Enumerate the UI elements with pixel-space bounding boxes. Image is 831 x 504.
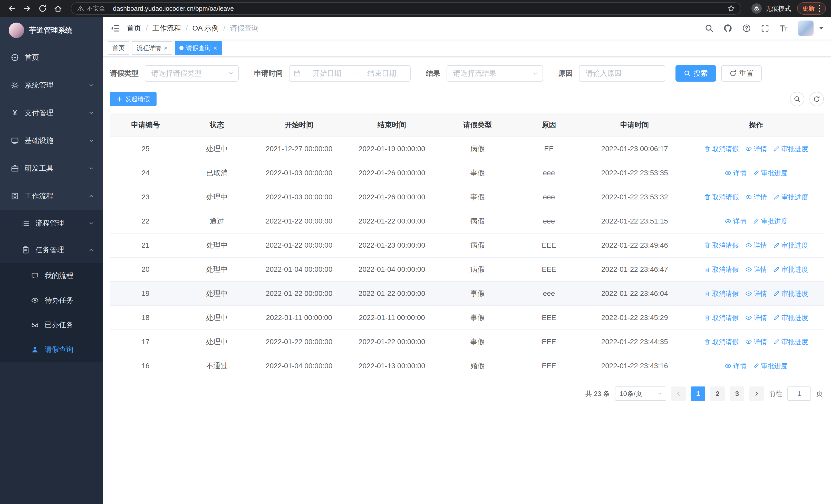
home-button[interactable] [51, 2, 65, 15]
detail-link[interactable]: 详情 [745, 313, 767, 322]
sidebar-item-payment-mgmt[interactable]: ¥ 支付管理 [0, 99, 103, 127]
sidebar-item-infrastructure[interactable]: 基础设施 [0, 127, 103, 154]
approval-progress-link[interactable]: 审批进度 [773, 241, 808, 250]
cell-start-time: 2022-01-11 00:00:00 [253, 306, 345, 330]
cell-apply-time: 2022-01-22 23:46:47 [581, 257, 688, 281]
cell-leave-type: 事假 [438, 330, 517, 354]
goto-page-input[interactable] [787, 386, 811, 401]
cancel-leave-link[interactable]: 取消请假 [704, 241, 739, 250]
sidebar-item-workflow[interactable]: 工作流程 [0, 182, 103, 210]
approval-progress-link[interactable]: 审批进度 [753, 362, 787, 370]
detail-link[interactable]: 详情 [745, 145, 767, 153]
sidebar-item-home[interactable]: 首页 [0, 43, 103, 71]
github-button[interactable] [723, 24, 733, 33]
date-range-picker[interactable]: 开始日期 - 结束日期 [289, 65, 411, 82]
approval-progress-link[interactable]: 审批进度 [753, 217, 787, 226]
cell-status: 处理中 [181, 257, 253, 281]
reload-button[interactable] [36, 2, 49, 15]
cancel-leave-link[interactable]: 取消请假 [704, 145, 739, 153]
breadcrumb-item-home[interactable]: 首页 [127, 23, 141, 33]
back-button[interactable] [5, 2, 19, 15]
cell-operations: 取消请假 详情 审批进度 [688, 233, 824, 257]
approval-progress-link[interactable]: 审批进度 [773, 193, 808, 202]
leave-type-select[interactable]: 请选择请假类型 [145, 65, 239, 82]
sidebar-item-done-tasks[interactable]: 已办任务 [0, 313, 103, 337]
user-avatar[interactable] [798, 21, 813, 36]
reason-input[interactable] [579, 66, 665, 81]
table-row: 17 处理中 2022-01-22 00:00:00 2022-01-22 00… [110, 330, 824, 354]
pen-icon [773, 314, 780, 321]
detail-link[interactable]: 详情 [745, 193, 767, 202]
url-text: dashboard.yudao.iocoder.cn/bpm/oa/leave [113, 5, 724, 12]
approval-progress-link[interactable]: 审批进度 [773, 145, 808, 153]
tab-home[interactable]: 首页 [108, 41, 130, 55]
forward-button[interactable] [21, 2, 34, 15]
sidebar-item-dev-tools[interactable]: 研发工具 [0, 154, 103, 182]
close-tab-icon[interactable]: × [213, 45, 217, 51]
sidebar-fold-button[interactable] [110, 24, 120, 33]
incognito-icon [751, 3, 762, 13]
sidebar-item-system-mgmt[interactable]: 系统管理 [0, 71, 103, 99]
detail-link[interactable]: 详情 [745, 265, 767, 274]
active-tab-dot [179, 46, 183, 50]
bookmark-star-icon[interactable] [727, 5, 735, 12]
approval-progress-link[interactable]: 审批进度 [753, 169, 787, 178]
sidebar-item-my-process[interactable]: 我的流程 [0, 263, 103, 288]
help-button[interactable] [742, 24, 751, 33]
cell-apply-time: 2022-01-22 23:53:35 [581, 161, 688, 185]
fullscreen-button[interactable] [761, 24, 769, 33]
detail-link[interactable]: 详情 [724, 362, 747, 370]
refresh-table-button[interactable] [809, 92, 824, 106]
end-date-placeholder: 结束日期 [358, 68, 406, 78]
prev-page-button[interactable] [671, 386, 686, 401]
search-button[interactable] [705, 24, 713, 33]
address-bar[interactable]: 不安全 dashboard.yudao.iocoder.cn/bpm/oa/le… [71, 2, 741, 14]
approval-progress-link[interactable]: 审批进度 [773, 265, 808, 274]
page-button-1[interactable]: 1 [691, 386, 705, 401]
column-header-status: 状态 [181, 113, 253, 137]
kebab-menu-icon[interactable] [818, 4, 821, 13]
app-window: 芋道管理系统 首页 系统管理 ¥ 支付管理 [0, 17, 831, 504]
table-row: 21 处理中 2022-01-22 00:00:00 2022-01-23 00… [110, 233, 824, 257]
cancel-leave-link[interactable]: 取消请假 [704, 313, 739, 322]
sidebar-item-process-mgmt[interactable]: 流程管理 [0, 210, 103, 237]
page-button-3[interactable]: 3 [730, 386, 744, 401]
result-select[interactable]: 请选择流结果 [447, 65, 543, 82]
cell-leave-type: 事假 [438, 306, 517, 330]
page-size-select[interactable]: 10条/页 [615, 386, 666, 401]
create-leave-button[interactable]: 发起请假 [110, 92, 156, 106]
sidebar-item-todo-tasks[interactable]: 待办任务 [0, 288, 103, 313]
toggle-search-button[interactable] [790, 92, 804, 106]
cancel-leave-link[interactable]: 取消请假 [704, 193, 739, 202]
detail-link[interactable]: 详情 [745, 337, 767, 347]
approval-progress-link[interactable]: 审批进度 [773, 289, 808, 298]
sidebar-item-leave-query[interactable]: 请假查询 [0, 337, 103, 362]
cancel-leave-link[interactable]: 取消请假 [704, 337, 739, 347]
cell-id: 19 [110, 281, 181, 306]
browser-update-menu[interactable]: 更新 [797, 2, 826, 14]
tab-process-detail[interactable]: 流程详情 × [132, 41, 172, 55]
security-status[interactable]: 不安全 [77, 4, 105, 12]
close-tab-icon[interactable]: × [164, 45, 168, 51]
cancel-leave-link[interactable]: 取消请假 [704, 289, 739, 298]
search-button[interactable]: 搜索 [676, 65, 716, 82]
sidebar-item-task-mgmt[interactable]: 任务管理 [0, 237, 103, 263]
approval-progress-link[interactable]: 审批进度 [773, 337, 808, 347]
detail-link[interactable]: 详情 [745, 241, 767, 250]
breadcrumb-item-workflow[interactable]: 工作流程 [152, 23, 181, 33]
font-size-button[interactable] [779, 24, 789, 33]
chevron-down-icon [88, 82, 94, 88]
approval-progress-link[interactable]: 审批进度 [773, 313, 808, 322]
tab-leave-query[interactable]: 请假查询 × [175, 41, 222, 55]
next-page-button[interactable] [749, 386, 764, 401]
search-icon [684, 70, 691, 77]
filter-form: 请假类型 请选择请假类型 申请时间 开始日期 - 结束日期 结果 [110, 65, 824, 82]
reset-button[interactable]: 重置 [721, 65, 762, 82]
cancel-leave-link[interactable]: 取消请假 [704, 265, 739, 274]
detail-link[interactable]: 详情 [724, 217, 747, 226]
detail-link[interactable]: 详情 [745, 289, 767, 298]
detail-link[interactable]: 详情 [724, 169, 747, 178]
cell-operations: 取消请假 详情 审批进度 [688, 281, 824, 306]
page-button-2[interactable]: 2 [710, 386, 725, 401]
breadcrumb-item-oa[interactable]: OA 示例 [193, 23, 219, 33]
